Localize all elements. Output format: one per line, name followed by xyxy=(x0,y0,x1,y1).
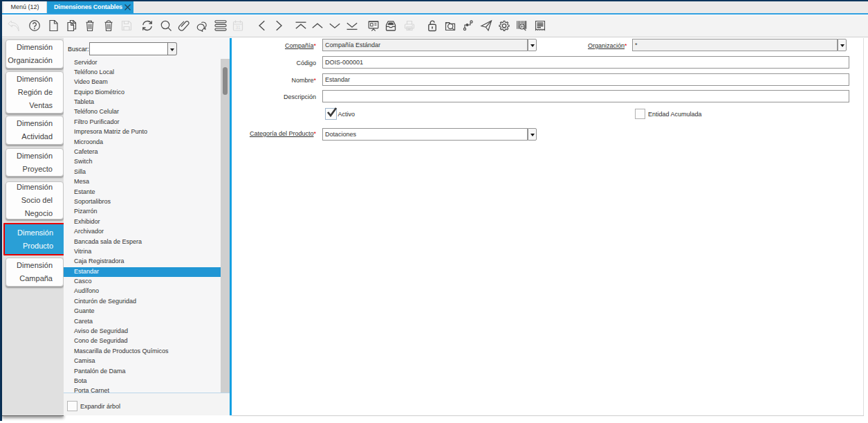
svg-text:31: 31 xyxy=(235,25,241,30)
